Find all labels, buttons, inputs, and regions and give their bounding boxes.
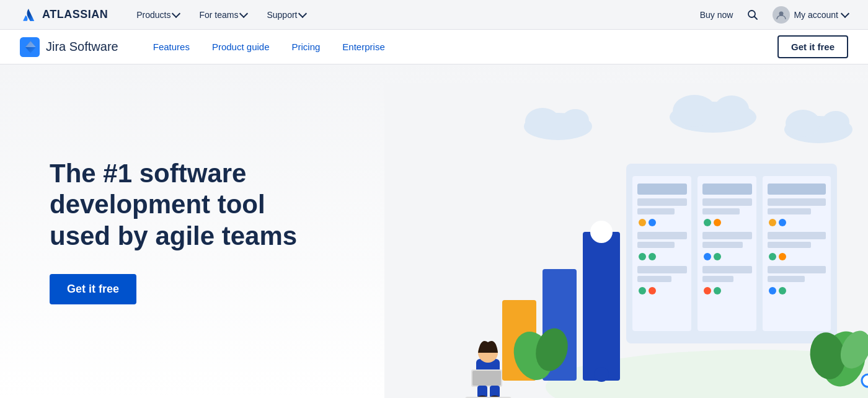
products-nav-link[interactable]: Products xyxy=(128,5,188,25)
svg-point-91 xyxy=(862,374,868,387)
top-navigation: ATLASSIAN Products For teams Support Buy… xyxy=(0,0,868,30)
svg-point-22 xyxy=(639,219,646,226)
svg-rect-54 xyxy=(768,266,826,273)
svg-point-62 xyxy=(594,367,609,382)
svg-rect-50 xyxy=(768,232,826,239)
for-teams-nav-link[interactable]: For teams xyxy=(190,5,255,25)
svg-point-23 xyxy=(649,219,656,226)
atlassian-logo-icon xyxy=(20,6,37,24)
support-nav-link[interactable]: Support xyxy=(258,5,314,25)
svg-rect-20 xyxy=(637,198,687,206)
secondary-nav-links: Features Product guide Pricing Enterpris… xyxy=(143,37,395,57)
svg-point-53 xyxy=(779,253,786,260)
svg-rect-37 xyxy=(702,232,752,239)
top-nav-right: Buy now My account xyxy=(700,5,848,25)
svg-point-36 xyxy=(714,219,721,226)
svg-rect-38 xyxy=(702,242,743,248)
svg-rect-42 xyxy=(702,276,733,282)
svg-rect-21 xyxy=(637,208,675,214)
hero-get-it-free-button[interactable]: Get it free xyxy=(50,274,136,304)
search-button[interactable] xyxy=(743,5,763,25)
svg-point-13 xyxy=(822,111,849,133)
svg-rect-45 xyxy=(768,184,826,195)
products-label: Products xyxy=(136,10,170,20)
svg-point-7 xyxy=(562,109,589,131)
account-avatar xyxy=(773,6,790,24)
my-account-label: My account xyxy=(794,10,838,20)
top-nav-links: Products For teams Support xyxy=(128,5,314,25)
enterprise-link[interactable]: Enterprise xyxy=(332,37,394,57)
svg-point-27 xyxy=(649,253,656,260)
svg-rect-55 xyxy=(768,276,805,282)
features-link[interactable]: Features xyxy=(143,37,200,57)
search-icon xyxy=(747,9,758,20)
svg-rect-32 xyxy=(702,184,752,195)
svg-rect-60 xyxy=(583,232,620,381)
svg-point-40 xyxy=(714,253,721,260)
svg-point-43 xyxy=(704,287,711,294)
svg-rect-51 xyxy=(768,242,811,248)
svg-point-6 xyxy=(525,108,560,135)
user-icon xyxy=(776,9,787,20)
svg-point-9 xyxy=(673,95,716,127)
account-chevron-icon xyxy=(841,9,849,18)
svg-point-35 xyxy=(704,219,711,226)
atlassian-logo-link[interactable]: ATLASSIAN xyxy=(20,6,108,24)
svg-rect-34 xyxy=(702,208,740,214)
svg-point-39 xyxy=(704,253,711,260)
svg-point-52 xyxy=(769,253,776,260)
product-guide-link[interactable]: Product guide xyxy=(202,37,280,57)
secondary-get-it-free-button[interactable]: Get it free xyxy=(777,35,848,58)
top-nav-left: ATLASSIAN Products For teams Support xyxy=(20,5,314,25)
svg-point-56 xyxy=(769,287,776,294)
svg-rect-19 xyxy=(637,184,687,195)
buy-now-link[interactable]: Buy now xyxy=(700,10,733,20)
products-chevron-icon xyxy=(172,9,180,18)
svg-rect-41 xyxy=(702,266,752,273)
svg-rect-33 xyxy=(702,198,752,206)
for-teams-chevron-icon xyxy=(239,9,248,18)
jira-software-name: Jira Software xyxy=(46,40,118,54)
svg-rect-24 xyxy=(637,232,687,239)
secondary-navigation: Jira Software Features Product guide Pri… xyxy=(0,30,868,64)
pricing-link[interactable]: Pricing xyxy=(282,37,330,57)
jira-software-logo[interactable]: Jira Software xyxy=(20,37,118,57)
support-label: Support xyxy=(267,10,297,20)
svg-point-49 xyxy=(779,219,786,226)
hero-content: The #1 software development tool used by… xyxy=(50,158,310,304)
svg-point-57 xyxy=(779,287,786,294)
jira-diamond-icon xyxy=(20,37,40,57)
hero-section: The #1 software development tool used by… xyxy=(0,64,868,398)
svg-rect-29 xyxy=(637,276,671,282)
svg-rect-71 xyxy=(472,371,501,386)
svg-rect-28 xyxy=(637,266,687,273)
svg-point-61 xyxy=(590,221,613,243)
hero-title: The #1 software development tool used by… xyxy=(50,158,310,252)
my-account-button[interactable]: My account xyxy=(773,6,848,24)
svg-point-44 xyxy=(714,287,721,294)
support-chevron-icon xyxy=(298,9,307,18)
svg-point-10 xyxy=(714,95,749,123)
svg-line-1 xyxy=(755,16,758,19)
hero-illustration xyxy=(384,83,868,398)
svg-point-26 xyxy=(639,253,646,260)
atlassian-brand-name: ATLASSIAN xyxy=(42,8,108,21)
svg-rect-47 xyxy=(768,208,811,214)
svg-point-48 xyxy=(769,219,776,226)
svg-point-31 xyxy=(649,287,656,294)
svg-point-12 xyxy=(786,110,820,137)
svg-point-30 xyxy=(639,287,646,294)
svg-rect-25 xyxy=(637,242,675,248)
svg-rect-46 xyxy=(768,198,826,206)
for-teams-label: For teams xyxy=(199,10,238,20)
